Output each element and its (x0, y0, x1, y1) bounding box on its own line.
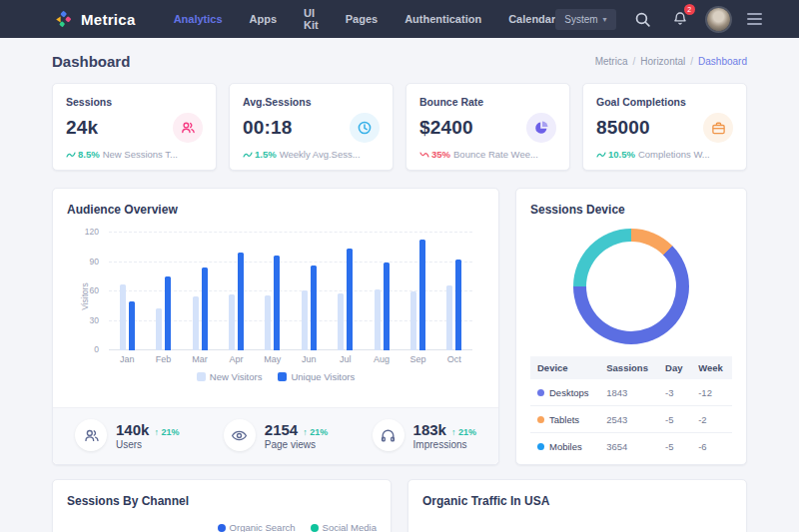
users-icon (75, 419, 107, 451)
bar (229, 294, 235, 350)
breadcrumb-separator: / (632, 56, 635, 67)
x-tick-label: Sep (400, 354, 435, 364)
channel-legend-dot (311, 524, 319, 532)
usa-map: + (422, 512, 732, 532)
bar-group-jul[interactable] (327, 233, 363, 350)
footer-stat-value: 140k (116, 421, 149, 438)
top-navbar: Metrica Analytics Apps UI Kit Pages Auth… (0, 0, 799, 38)
bar-group-aug[interactable] (364, 233, 400, 350)
mobiles-dot-icon (537, 443, 544, 450)
system-dropdown[interactable]: System ▾ (555, 9, 615, 30)
audience-legend: New VisitorsUnique Visitors (67, 371, 484, 382)
notifications-bell-icon[interactable]: 2 (670, 9, 690, 29)
bar (446, 285, 452, 350)
sessions-device-donut-chart[interactable] (573, 229, 689, 344)
stat-value: 85000 (596, 117, 650, 139)
x-tick-label: Oct (436, 354, 472, 364)
bar (419, 240, 425, 350)
bar (193, 296, 199, 350)
stat-desc: New Sessions T... (103, 149, 178, 160)
menu-hamburger-icon[interactable] (747, 13, 762, 25)
table-row-desktops: Desktops 1843 -3 -12 (530, 379, 732, 406)
sessions-device-card: Sessions Device Device Sassions Day Week… (515, 188, 747, 465)
footer-stat-delta: ↑ 21% (303, 427, 328, 437)
footer-stat-page-views: 2154 ↑ 21% Page views (224, 419, 328, 451)
x-tick-label: Mar (182, 354, 218, 364)
bar (338, 293, 344, 350)
sessions-by-channel-card: Sessions By Channel Organic Search Socia… (52, 479, 392, 532)
bar (375, 289, 381, 350)
nav-item-calendar[interactable]: Calendar (508, 13, 555, 25)
stat-value: $2400 (419, 117, 473, 139)
footer-stat-users: 140k ↑ 21% Users (75, 419, 179, 451)
footer-stat-label: Page views (265, 439, 328, 450)
breadcrumb-horizontal[interactable]: Horizontal (640, 56, 685, 67)
bar-group-sep[interactable] (400, 233, 435, 350)
stat-title: Avg.Sessions (243, 96, 380, 108)
bar-group-may[interactable] (255, 233, 291, 350)
channel-legend: Organic Search Social Media (67, 522, 377, 532)
bar (156, 308, 162, 350)
desktops-dot-icon (537, 389, 544, 396)
stat-desc: Completions W... (638, 149, 710, 160)
brand[interactable]: Metrica (55, 10, 136, 29)
stat-title: Goal Completions (596, 96, 733, 108)
bar (302, 290, 308, 350)
trend-indicator: 35% (419, 149, 450, 160)
stat-footnote: 8.5% New Sessions T... (66, 149, 203, 160)
footer-stat-label: Impressions (413, 439, 476, 450)
y-tick-label: 0 (94, 344, 99, 354)
stat-card-bounce-rate: Bounce Rate $2400 35% Bounce Rate Wee... (405, 83, 570, 171)
legend-item-new-visitors[interactable]: New Visitors (197, 371, 263, 382)
stat-card-sessions: Sessions 24k 8.5% New Sessions T... (52, 83, 217, 171)
bar (455, 260, 461, 350)
table-row-mobiles: Mobiles 3654 -5 -6 (530, 433, 732, 460)
nav-item-authentication[interactable]: Authentication (404, 13, 481, 25)
channel-legend-dot (218, 524, 226, 532)
nav-item-ui-kit[interactable]: UI Kit (304, 7, 319, 31)
bar-group-oct[interactable] (436, 233, 472, 350)
x-tick-label: Aug (364, 354, 400, 364)
column-header-device: Device (530, 356, 599, 379)
pie-chart-icon (526, 113, 556, 143)
y-tick-label: 90 (90, 257, 99, 266)
stat-card-goal-completions: Goal Completions 85000 10.5% Completions… (582, 83, 747, 171)
sessions-by-channel-title: Sessions By Channel (67, 494, 377, 508)
stat-value: 24k (66, 117, 98, 139)
nav-item-analytics[interactable]: Analytics (174, 13, 223, 25)
trend-indicator: 8.5% (66, 149, 100, 160)
footer-stat-impressions: 183k ↑ 21% Impressions (373, 419, 476, 451)
bar (120, 284, 126, 350)
stat-card-avg-sessions: Avg.Sessions 00:18 1.5% Weekly Avg.Sess.… (229, 83, 394, 171)
page-header: Dashboard Metrica / Horizontal / Dashboa… (0, 38, 799, 83)
navbar-right: System ▾ 2 (555, 8, 761, 31)
legend-item-organic-search[interactable]: Organic Search (218, 522, 296, 532)
metrica-logo-icon (55, 10, 74, 29)
footer-stat-value: 2154 (265, 421, 298, 438)
legend-swatch (197, 372, 206, 381)
stat-title: Sessions (66, 96, 203, 108)
x-tick-label: Jul (327, 354, 363, 364)
bar (265, 295, 271, 350)
stat-footnote: 35% Bounce Rate Wee... (419, 149, 556, 160)
nav-item-apps[interactable]: Apps (250, 13, 278, 25)
bar-group-mar[interactable] (182, 233, 218, 350)
organic-traffic-title: Organic Traffic In USA (422, 494, 732, 508)
bar (384, 263, 390, 351)
breadcrumb-metrica[interactable]: Metrica (595, 56, 628, 67)
bar-group-feb[interactable] (145, 233, 181, 350)
search-icon[interactable] (633, 9, 653, 29)
nav-item-pages[interactable]: Pages (346, 13, 378, 25)
stat-desc: Weekly Avg.Sess... (280, 149, 361, 160)
user-avatar[interactable] (707, 8, 730, 31)
bar-group-jun[interactable] (291, 233, 327, 350)
bar-group-apr[interactable] (218, 233, 254, 350)
footer-stat-delta: ↑ 21% (154, 427, 179, 437)
x-tick-label: Jan (109, 354, 145, 364)
bar (347, 249, 353, 350)
legend-item-social-media[interactable]: Social Media (311, 522, 377, 532)
legend-item-unique-visitors[interactable]: Unique Visitors (278, 371, 355, 382)
audience-overview-card: Audience Overview 0306090120 Visitors Ja… (52, 188, 499, 465)
bar (129, 301, 135, 350)
bar-group-jan[interactable] (109, 233, 145, 350)
